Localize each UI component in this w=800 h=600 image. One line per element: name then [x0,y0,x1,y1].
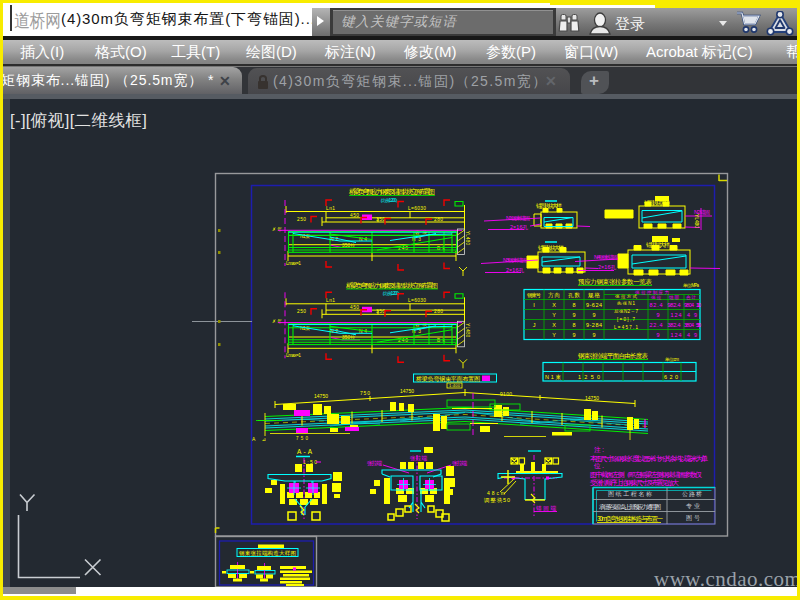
svg-text:J: J [533,322,536,328]
svg-text:9804: 9804 [684,302,694,308]
svg-text:250: 250 [297,217,306,222]
svg-text:图纸工程名称: 图纸工程名称 [608,490,652,498]
svg-text:锚固端: 锚固端 [536,505,557,512]
svg-text:（比例1:200）: （比例1:200） [378,198,400,204]
svg-text:I: I [533,302,535,308]
svg-text:48cm: 48cm [487,490,505,496]
svg-text:1:400: 1:400 [449,383,461,388]
svg-text:单位:cm: 单位:cm [665,357,679,362]
svg-text:9: 9 [592,332,595,338]
svg-text:30m负弯矩钢束构造与布置一: 30m负弯矩钢束构造与布置一 [597,515,664,523]
svg-text:124: 124 [671,312,682,318]
svg-text:YL480: YL480 [465,231,470,245]
svg-text:49: 49 [687,332,697,338]
svg-text:规格: 规格 [588,292,601,299]
svg-text:单位:MPa: 单位:MPa [683,283,699,288]
svg-text:A⊿: A⊿ [252,436,266,442]
svg-text:公路桥: 公路桥 [682,491,702,498]
svg-text:张拉端: 张拉端 [452,460,468,467]
svg-text:张拉: 张拉 [651,295,662,300]
svg-text:9100: 9100 [500,391,512,397]
svg-text:预应力钢束张拉参数一览表: 预应力钢束张拉参数一览表 [578,278,653,286]
svg-text:位.: 位. [594,462,604,469]
svg-text:382.4: 382.4 [668,322,681,328]
svg-text:750: 750 [360,390,370,396]
svg-text:350: 350 [376,217,385,222]
svg-text:桥梁负弯预应力钢束及锚固齿块立面布置图: 桥梁负弯预应力钢束及锚固齿块立面布置图 [345,281,438,290]
svg-text:钢束张拉端构造大样图: 钢束张拉端构造大样图 [238,550,296,557]
svg-text:✗年: ✗年 [272,227,282,232]
svg-text:先张N1: 先张N1 [617,301,635,306]
svg-text:9: 9 [592,312,595,318]
svg-text:3804: 3804 [684,322,694,328]
svg-text:280: 280 [434,217,443,222]
svg-text:Ln1: Ln1 [326,206,335,211]
svg-text:L=457.1: L=457.1 [614,325,638,330]
svg-text:9-624: 9-624 [586,302,602,308]
svg-text:L=6030: L=6030 [408,206,426,211]
svg-text:Y: Y [552,332,556,338]
svg-text:图号: 图号 [686,515,700,522]
svg-text:专业: 专业 [686,503,700,509]
svg-text:YL480: YL480 [694,214,700,228]
svg-text:合计: 合计 [686,295,697,300]
svg-text:14750: 14750 [314,393,328,399]
svg-text:孔数: 孔数 [568,292,581,299]
svg-text:82.4: 82.4 [650,302,663,308]
svg-text:620: 620 [664,374,678,380]
svg-text:1250: 1250 [578,374,600,380]
svg-text:后张N2～7: 后张N2～7 [614,309,638,314]
svg-text:张拉端: 张拉端 [410,455,428,462]
svg-text:982.4: 982.4 [668,302,681,308]
svg-text:本图尺寸除钢束长度以厘米计外其余均以毫米为单: 本图尺寸除钢束长度以厘米计外其余均以毫米为单 [590,455,708,463]
svg-text:承德至秦皇岛 上部预应力通用图: 承德至秦皇岛 上部预应力通用图 [598,503,661,511]
svg-text:Lmax=1: Lmax=1 [286,261,301,266]
svg-text:张拉方式: 张拉方式 [615,294,638,299]
svg-text:桥梁负弯钢束平面布置图: 桥梁负弯钢束平面布置图 [415,375,480,383]
svg-text:调整块50: 调整块50 [483,497,510,504]
svg-text:图中截面左侧（即左幅梁左侧钢束锚固参数仅: 图中截面左侧（即左幅梁左侧钢束锚固参数仅 [590,470,702,479]
svg-text:锚固: 锚固 [668,295,679,300]
svg-text:530: 530 [696,322,701,328]
svg-text:9: 9 [656,312,659,318]
svg-text:方向: 方向 [548,292,560,299]
svg-text:钢束张拉端平面自由长度表: 钢束张拉端平面自由长度表 [577,352,649,360]
svg-text:450: 450 [350,213,359,218]
svg-text:A-A: A-A [297,448,313,455]
svg-text:8: 8 [572,302,575,308]
svg-text:张拉端: 张拉端 [367,460,383,467]
svg-text:14750: 14750 [400,388,414,394]
svg-text:2×16孔: 2×16孔 [598,264,617,271]
svg-text:N1束: N1束 [545,374,562,380]
svg-text:Y: Y [552,312,556,318]
svg-text:X: X [552,322,556,328]
svg-text:350拉: 350拉 [342,243,355,248]
svg-text:124: 124 [671,332,682,338]
svg-text:8: 8 [572,322,575,328]
svg-text:110: 110 [696,302,701,308]
svg-text:X: X [552,302,556,308]
svg-text:钢束号: 钢束号 [526,292,542,298]
svg-text:14750: 14750 [585,395,599,401]
svg-text:22.4: 22.4 [650,322,663,328]
svg-text:9-284: 9-284 [586,322,602,328]
svg-text:9: 9 [572,332,575,338]
svg-text:750: 750 [296,436,308,441]
svg-text:9: 9 [572,312,575,318]
svg-text:49: 49 [687,312,697,318]
svg-text:桥梁负弯预应力钢束及锚固齿块立面布置图: 桥梁负弯预应力钢束及锚固齿块立面布置图 [348,187,435,196]
svg-text:9: 9 [656,332,659,338]
svg-text:受张拉顺序上抬钢束尺寸及布置见放大: 受张拉顺序上抬钢束尺寸及布置见放大 [590,479,679,487]
svg-text:注:: 注: [594,446,604,453]
